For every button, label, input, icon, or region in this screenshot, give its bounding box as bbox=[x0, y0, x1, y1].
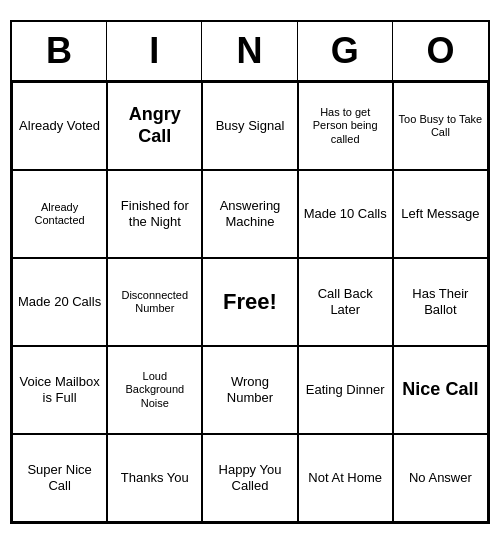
bingo-header: BINGO bbox=[12, 22, 488, 82]
header-letter: I bbox=[107, 22, 202, 80]
bingo-cell: Too Busy to Take Call bbox=[393, 82, 488, 170]
bingo-cell: Super Nice Call bbox=[12, 434, 107, 522]
header-letter: N bbox=[202, 22, 297, 80]
bingo-cell: Busy Signal bbox=[202, 82, 297, 170]
header-letter: B bbox=[12, 22, 107, 80]
bingo-cell: Not At Home bbox=[298, 434, 393, 522]
bingo-cell: Loud Background Noise bbox=[107, 346, 202, 434]
header-letter: O bbox=[393, 22, 488, 80]
bingo-cell: Wrong Number bbox=[202, 346, 297, 434]
bingo-card: BINGO Already VotedAngry CallBusy Signal… bbox=[10, 20, 490, 524]
bingo-cell: Voice Mailbox is Full bbox=[12, 346, 107, 434]
bingo-cell: Thanks You bbox=[107, 434, 202, 522]
bingo-cell: Finished for the Night bbox=[107, 170, 202, 258]
bingo-cell: Has Their Ballot bbox=[393, 258, 488, 346]
bingo-cell: Call Back Later bbox=[298, 258, 393, 346]
bingo-cell: Has to get Person being called bbox=[298, 82, 393, 170]
bingo-cell: Angry Call bbox=[107, 82, 202, 170]
bingo-cell: Free! bbox=[202, 258, 297, 346]
bingo-cell: Already Contacted bbox=[12, 170, 107, 258]
bingo-cell: Eating Dinner bbox=[298, 346, 393, 434]
bingo-cell: Left Message bbox=[393, 170, 488, 258]
bingo-cell: Disconnected Number bbox=[107, 258, 202, 346]
bingo-grid: Already VotedAngry CallBusy SignalHas to… bbox=[12, 82, 488, 522]
bingo-cell: Made 10 Calls bbox=[298, 170, 393, 258]
bingo-cell: Made 20 Calls bbox=[12, 258, 107, 346]
bingo-cell: No Answer bbox=[393, 434, 488, 522]
bingo-cell: Nice Call bbox=[393, 346, 488, 434]
bingo-cell: Already Voted bbox=[12, 82, 107, 170]
bingo-cell: Happy You Called bbox=[202, 434, 297, 522]
bingo-cell: Answering Machine bbox=[202, 170, 297, 258]
header-letter: G bbox=[298, 22, 393, 80]
